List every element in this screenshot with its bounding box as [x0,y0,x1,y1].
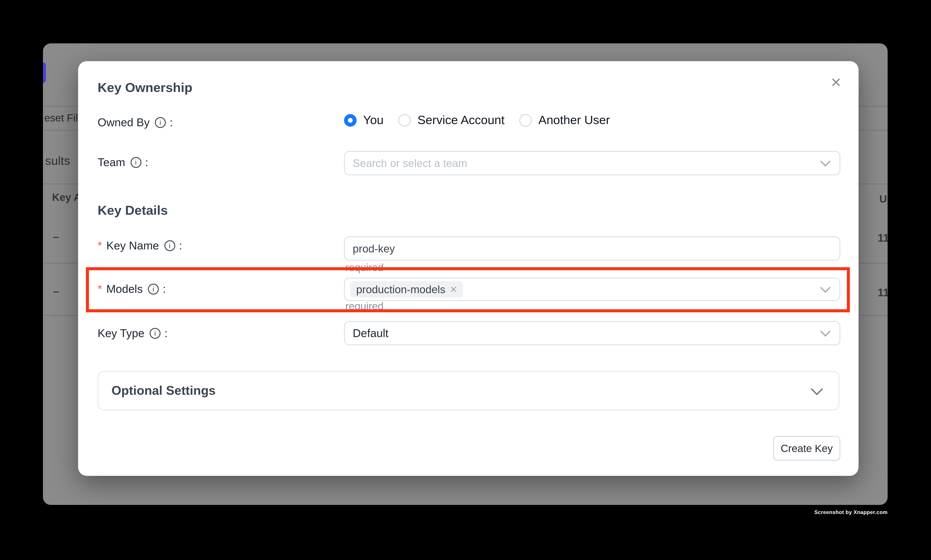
owned-by-radio-group: You Service Account Another User [344,113,625,127]
table-row: – [53,230,59,243]
key-name-label: * Key Name i : [98,239,182,252]
radio-owned-by-service-account[interactable]: Service Account [399,113,505,127]
label-colon: : [165,327,168,340]
key-type-label: Key Type i : [98,327,168,340]
label-colon: : [179,239,182,252]
primary-button-partial[interactable] [43,63,46,83]
team-select[interactable]: Search or select a team [344,151,840,175]
label-colon: : [169,116,173,129]
screenshot-canvas: eset Filt sults Key Alia Up – 11/ – 11/ … [0,0,931,560]
key-name-input-wrap [344,236,840,261]
radio-label: Another User [539,113,610,127]
chevron-down-icon [811,383,823,395]
create-key-button[interactable]: Create Key [773,436,840,461]
radio-selected-icon [344,114,357,126]
key-name-label-text: Key Name [106,239,159,252]
table-header-updated: Up [879,193,888,205]
owned-by-label-text: Owned By [98,116,150,129]
chevron-down-icon [820,156,831,166]
radio-label: Service Account [417,113,505,127]
info-icon[interactable]: i [130,157,141,168]
team-label-text: Team [98,156,125,169]
key-type-label-text: Key Type [98,327,145,340]
radio-owned-by-you[interactable]: You [344,113,384,127]
team-label: Team i : [98,156,148,169]
required-asterisk: * [98,239,102,252]
key-details-heading: Key Details [98,203,168,218]
highlight-rectangle [86,267,850,312]
radio-label: You [363,113,384,127]
watermark-text: Screenshot by Xnapper.com [814,509,888,515]
info-icon[interactable]: i [155,117,166,128]
radio-owned-by-another-user[interactable]: Another User [519,113,610,127]
radio-unselected-icon [399,114,411,126]
radio-unselected-icon [519,114,532,126]
optional-settings-label: Optional Settings [111,383,215,398]
team-select-placeholder: Search or select a team [345,157,467,169]
owned-by-label: Owned By i : [98,116,173,129]
key-type-selected-value: Default [345,326,388,340]
close-icon[interactable]: ✕ [825,72,847,93]
info-icon[interactable]: i [150,328,160,339]
key-type-select[interactable]: Default [344,321,840,345]
reset-filters-button-partial[interactable]: eset Filt [44,112,81,124]
results-count-partial: sults [45,154,70,168]
table-row: – [53,285,59,298]
modal-title: Key Ownership [98,80,192,95]
optional-settings-toggle[interactable]: Optional Settings [98,371,839,410]
table-cell-updated: 11/ [878,232,888,244]
label-colon: : [145,156,148,169]
info-icon[interactable]: i [164,240,175,251]
key-name-input[interactable] [345,242,786,255]
table-cell-updated: 11/ [878,286,888,299]
chevron-down-icon [820,326,831,337]
